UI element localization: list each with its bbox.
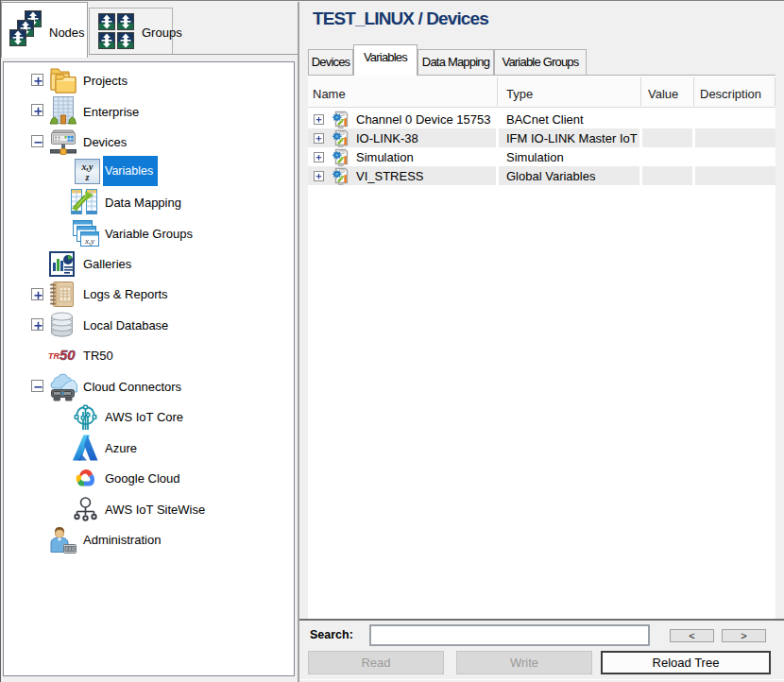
svg-text:z: z — [85, 172, 90, 182]
svg-text:x,y: x,y — [81, 162, 94, 172]
svg-text:x,y: x,y — [84, 236, 94, 246]
svg-text:TR: TR — [48, 351, 60, 361]
svg-text:50: 50 — [60, 347, 76, 363]
